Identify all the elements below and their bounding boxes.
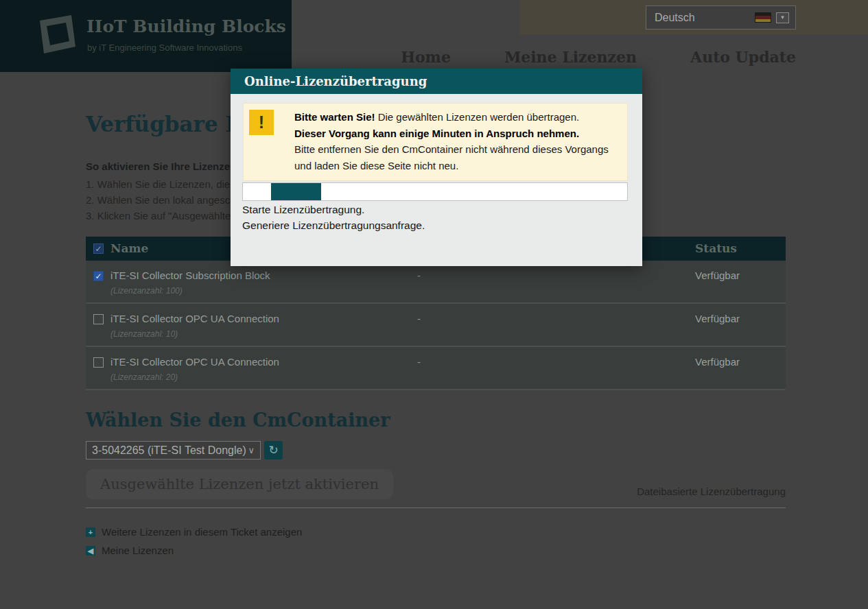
dropdown-arrow-icon[interactable]: ▼ <box>776 12 789 23</box>
progress-bar <box>242 182 628 201</box>
row-checkbox[interactable] <box>93 314 104 324</box>
online-license-transfer-dialog: Online-Lizenzübertragung ! Bitte warten … <box>231 69 642 266</box>
license-dash-value: - <box>417 313 421 324</box>
cmcontainer-selected-value: 3-5042265 (iTE-SI Test Dongle) <box>92 444 248 457</box>
license-dash-value: - <box>417 356 421 368</box>
brand-logo-icon <box>34 11 80 59</box>
license-status: Verfügbar <box>695 270 740 281</box>
column-header-status: Status <box>695 241 737 255</box>
warning-icon: ! <box>249 110 274 135</box>
row-checkbox[interactable] <box>93 271 104 281</box>
site-header-brand: IIoT Building Blocks by iT Engineering S… <box>0 0 292 72</box>
divider <box>86 508 786 508</box>
activate-licenses-button[interactable]: Ausgewählte Lizenzen jetzt aktivieren <box>86 469 393 499</box>
cmcontainer-heading: Wählen Sie den CmContainer <box>86 409 390 431</box>
instructions-heading: So aktivieren Sie Ihre Lizenzen: <box>86 160 239 172</box>
status-message: Generiere Lizenzübertragungsanfrage. <box>242 219 425 232</box>
nav-item-meine-lizenzen[interactable]: Meine Lizenzen <box>504 48 637 66</box>
brand-subtitle: by iT Engineering Software Innovations <box>87 43 242 53</box>
screen: IIoT Building Blocks by iT Engineering S… <box>0 0 868 609</box>
table-row: iTE-SI Collector Subscription Block (Liz… <box>86 261 786 304</box>
back-arrow-icon: ◀ <box>86 546 95 556</box>
language-select[interactable]: Deutsch ▼ <box>646 5 796 29</box>
my-licenses-label: Meine Lizenzen <box>102 545 174 556</box>
refresh-button[interactable]: ↻ <box>264 441 283 459</box>
warning-bold-1: Bitte warten Sie! <box>294 111 375 123</box>
license-name: iTE-SI Collector OPC UA Connection <box>110 356 279 368</box>
warning-bold-2: Dieser Vorgang kann einige Minuten in An… <box>294 128 579 139</box>
table-row: iTE-SI Collector OPC UA Connection (Lize… <box>86 304 786 347</box>
license-status: Verfügbar <box>695 356 740 368</box>
warning-box: ! Bitte warten Sie! Die gewählten Lizenz… <box>243 103 628 181</box>
warning-text: Bitte warten Sie! Die gewählten Lizenzen… <box>294 109 609 174</box>
license-count: (Lizenzanzahl: 10) <box>110 329 178 339</box>
license-count: (Lizenzanzahl: 100) <box>110 286 183 296</box>
main-nav: Home Meine Lizenzen Auto Update <box>401 48 796 66</box>
more-licenses-label: Weitere Lizenzen in diesem Ticket anzeig… <box>102 526 302 538</box>
license-dash-value: - <box>417 270 421 281</box>
chevron-down-icon: ∨ <box>248 445 255 455</box>
plus-icon: + <box>86 527 95 537</box>
row-checkbox[interactable] <box>93 357 104 368</box>
status-message: Starte Lizenzübertragung. <box>242 204 364 216</box>
license-status: Verfügbar <box>695 313 740 324</box>
license-count: (Lizenzanzahl: 20) <box>110 372 178 382</box>
license-name: iTE-SI Collector Subscription Block <box>110 270 270 281</box>
nav-item-auto-update[interactable]: Auto Update <box>690 48 796 66</box>
language-selected-value: Deutsch <box>655 12 755 24</box>
cmcontainer-select[interactable]: 3-5042265 (iTE-SI Test Dongle) ∨ <box>86 441 261 459</box>
refresh-icon: ↻ <box>268 444 278 457</box>
warning-text-1: Die gewählten Lizenzen werden übertragen… <box>375 111 580 123</box>
table-row: iTE-SI Collector OPC UA Connection (Lize… <box>86 347 786 390</box>
license-name: iTE-SI Collector OPC UA Connection <box>110 313 279 324</box>
file-based-transfer-link[interactable]: Dateibasierte Lizenzübertragung <box>637 486 786 497</box>
warning-text-2: Bitte entfernen Sie den CmContainer nich… <box>294 143 609 171</box>
select-all-checkbox[interactable] <box>93 243 104 254</box>
column-header-name: Name <box>110 241 148 255</box>
german-flag-icon <box>755 12 771 23</box>
nav-item-home[interactable]: Home <box>401 48 451 66</box>
dialog-title: Online-Lizenzübertragung <box>231 69 642 94</box>
progress-bar-fill <box>271 183 321 200</box>
my-licenses-link[interactable]: ◀ Meine Lizenzen <box>86 545 174 556</box>
dialog-body: ! Bitte warten Sie! Die gewählten Lizenz… <box>231 94 642 266</box>
more-licenses-link[interactable]: + Weitere Lizenzen in diesem Ticket anze… <box>86 526 302 538</box>
brand-title: IIoT Building Blocks <box>86 16 286 36</box>
